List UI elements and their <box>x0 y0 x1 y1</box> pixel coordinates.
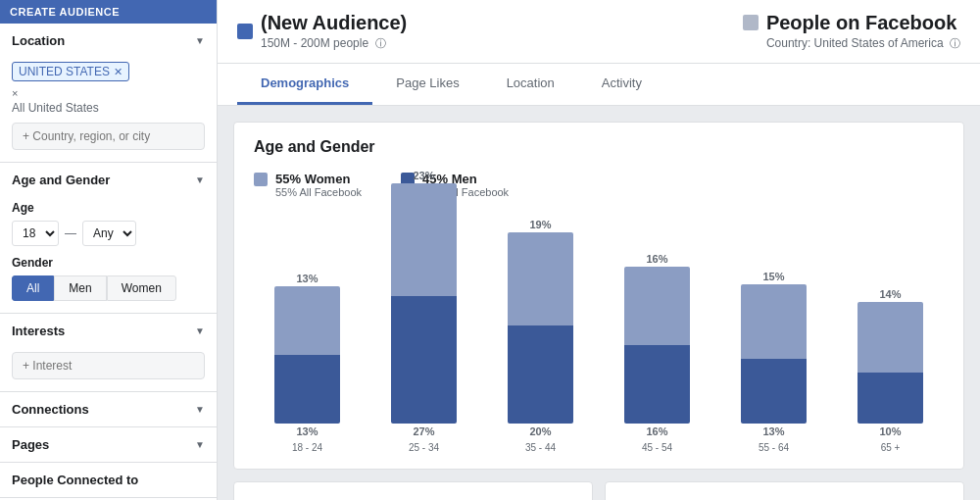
age-label-2: 35 - 44 <box>525 442 556 453</box>
location-section-label: Location <box>12 33 65 48</box>
men-pct-1: 27% <box>413 425 434 437</box>
interests-section-header[interactable]: Interests ▼ <box>0 314 217 348</box>
age-gender-panel: Age and Gender 55% Women 55% All Faceboo… <box>233 122 964 470</box>
pages-section-header[interactable]: Pages ▼ <box>0 427 217 462</box>
audience-size-info-icon: ⓘ <box>375 37 386 49</box>
connections-section-header[interactable]: Connections ▼ <box>0 392 217 426</box>
age-group-4: 15%13%55 - 64 <box>720 271 827 453</box>
age-group-0: 13%13%18 - 24 <box>254 273 361 453</box>
gender-all-button[interactable]: All <box>12 275 54 301</box>
audience-name: (New Audience) <box>261 12 407 34</box>
age-gender-panel-title: Age and Gender <box>254 138 944 156</box>
sidebar-header: CREATE AUDIENCE <box>0 0 217 24</box>
chart-legend: 55% Women 55% All Facebook 45% Men 45% A… <box>254 172 944 198</box>
age-group-3: 16%16%45 - 54 <box>604 253 710 453</box>
age-dash: — <box>65 226 76 240</box>
tab-demographics[interactable]: Demographics <box>237 64 372 105</box>
sidebar-section-age-gender: Age and Gender ▼ Age 18 — Any Gender All… <box>0 163 217 314</box>
women-pct-4: 15% <box>762 271 784 282</box>
content-area: Age and Gender 55% Women 55% All Faceboo… <box>218 106 980 500</box>
sidebar-section-people-connected: People Connected to <box>0 463 217 498</box>
people-on-facebook: People on Facebook Country: United State… <box>743 12 960 51</box>
tab-location[interactable]: Location <box>483 64 578 105</box>
all-us-text: All United States <box>12 101 205 115</box>
women-bar-0 <box>274 286 341 355</box>
connections-chevron-icon: ▼ <box>195 404 205 415</box>
men-bar-5 <box>858 373 924 424</box>
sidebar-section-interests: Interests ▼ <box>0 314 217 392</box>
men-bar-2 <box>508 325 574 424</box>
audience-size: 150M - 200M people ⓘ <box>261 36 407 51</box>
tab-activity[interactable]: Activity <box>578 64 665 105</box>
relationship-panel: Relationship Status <box>233 481 593 500</box>
tab-page-likes[interactable]: Page Likes <box>372 64 482 105</box>
pages-label: Pages <box>12 437 49 452</box>
age-to-select[interactable]: Any <box>82 221 136 246</box>
gender-label: Gender <box>12 256 205 270</box>
tabs-bar: Demographics Page Likes Location Activit… <box>218 64 980 106</box>
people-color-box <box>743 15 759 30</box>
men-pct-2: 20% <box>529 425 551 437</box>
people-title: People on Facebook <box>766 12 960 34</box>
age-label-4: 55 - 64 <box>759 442 789 453</box>
women-bar-4 <box>741 284 808 359</box>
people-connected-label: People Connected to <box>12 473 138 487</box>
gender-women-button[interactable]: Women <box>107 275 176 301</box>
age-from-select[interactable]: 18 <box>12 221 59 246</box>
women-pct-1: 23% <box>413 170 434 181</box>
legend-women-color <box>254 173 268 186</box>
education-panel: Education Level <box>605 481 964 500</box>
legend-women-pct: 55% Women <box>275 172 362 186</box>
women-bar-2 <box>508 232 574 325</box>
location-section-body: UNITED STATES ✕ × All United States <box>0 58 217 162</box>
legend-women-sub: 55% All Facebook <box>275 186 362 198</box>
men-pct-5: 10% <box>879 425 901 437</box>
legend-women: 55% Women 55% All Facebook <box>254 172 362 198</box>
women-pct-0: 13% <box>296 273 318 284</box>
women-bar-3 <box>624 267 691 345</box>
gender-men-button[interactable]: Men <box>54 275 106 301</box>
interests-chevron-icon: ▼ <box>195 325 205 336</box>
x-mark: × <box>12 87 205 99</box>
sidebar: CREATE AUDIENCE Location ▼ UNITED STATES… <box>0 0 218 500</box>
people-sub: Country: United States of America ⓘ <box>766 36 960 51</box>
men-bar-4 <box>741 359 808 424</box>
age-label-5: 65 + <box>881 442 901 453</box>
location-input[interactable] <box>12 123 205 150</box>
location-chevron-icon: ▼ <box>195 35 205 46</box>
remove-location-icon[interactable]: ✕ <box>114 66 122 78</box>
age-label: Age <box>12 201 205 215</box>
interest-input[interactable] <box>12 352 205 379</box>
connections-label: Connections <box>12 402 89 417</box>
age-gender-body: Age 18 — Any Gender All Men Women <box>0 197 217 313</box>
men-pct-0: 13% <box>296 425 318 437</box>
women-bar-5 <box>858 302 924 373</box>
location-tag: UNITED STATES ✕ <box>12 62 129 81</box>
age-gender-label: Age and Gender <box>12 173 110 187</box>
interests-body <box>0 348 217 391</box>
sidebar-section-pages: Pages ▼ <box>0 427 217 463</box>
people-connected-section-header[interactable]: People Connected to <box>0 463 217 497</box>
age-label-3: 45 - 54 <box>642 442 672 453</box>
age-group-5: 14%10%65 + <box>837 288 944 453</box>
age-group-1: 23%27%25 - 34 <box>370 170 477 453</box>
sidebar-section-connections: Connections ▼ <box>0 392 217 427</box>
women-pct-3: 16% <box>646 253 667 265</box>
women-pct-2: 19% <box>529 219 551 230</box>
men-pct-3: 16% <box>646 425 667 437</box>
people-info-icon: ⓘ <box>950 37 960 49</box>
age-gender-section-header[interactable]: Age and Gender ▼ <box>0 163 217 197</box>
audience-info: (New Audience) 150M - 200M people ⓘ <box>237 12 407 51</box>
sidebar-section-location: Location ▼ UNITED STATES ✕ × All United … <box>0 24 217 163</box>
men-pct-4: 13% <box>762 425 784 437</box>
bottom-panels: Relationship Status Education Level <box>233 481 964 500</box>
age-label-1: 25 - 34 <box>409 442 439 453</box>
main-content: (New Audience) 150M - 200M people ⓘ Peop… <box>218 0 980 500</box>
men-bar-0 <box>274 355 341 424</box>
main-header: (New Audience) 150M - 200M people ⓘ Peop… <box>218 0 980 64</box>
men-bar-3 <box>624 345 691 424</box>
pages-chevron-icon: ▼ <box>195 439 205 450</box>
location-section-header[interactable]: Location ▼ <box>0 24 217 58</box>
age-label-0: 18 - 24 <box>292 442 322 453</box>
age-gender-chevron-icon: ▼ <box>195 175 205 185</box>
